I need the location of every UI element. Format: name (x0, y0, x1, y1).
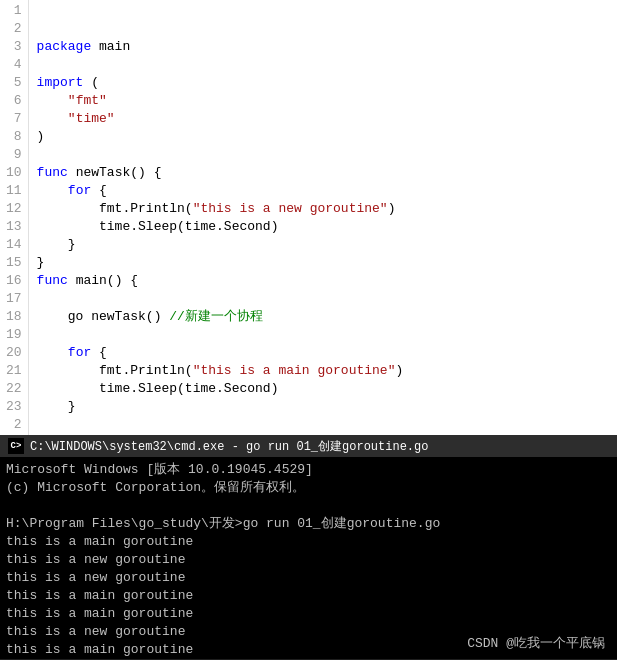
code-token: ( (83, 75, 99, 90)
line-number: 11 (6, 182, 22, 200)
code-line: } (37, 236, 617, 254)
code-line: } (37, 434, 617, 435)
line-number: 21 (6, 362, 22, 380)
code-line: go newTask() //新建一个协程 (37, 308, 617, 326)
code-line: time.Sleep(time.Second) (37, 380, 617, 398)
code-line: } (37, 398, 617, 416)
terminal-line: H:\Program Files\go_study\开发>go run 01_创… (6, 515, 611, 533)
line-number: 17 (6, 290, 22, 308)
code-token: go newTask() (37, 309, 170, 324)
line-number: 6 (6, 92, 22, 110)
code-token: time.Sleep(time.Second) (37, 381, 279, 396)
code-content[interactable]: package main import ( "fmt" "time") func… (29, 0, 617, 435)
code-token (37, 111, 68, 126)
line-number: 18 (6, 308, 22, 326)
line-number: 13 (6, 218, 22, 236)
code-token: newTask() { (68, 165, 162, 180)
code-editor: 12345678910111213141516171819202122232 p… (0, 0, 617, 435)
code-token: } (37, 255, 45, 270)
code-line: for { (37, 344, 617, 362)
code-token: for (68, 183, 91, 198)
code-token: //新建一个协程 (169, 309, 263, 324)
code-token: "time" (68, 111, 115, 126)
code-token (37, 93, 68, 108)
line-number: 3 (6, 38, 22, 56)
terminal-title: C:\WINDOWS\system32\cmd.exe - go run 01_… (30, 438, 428, 455)
code-line (37, 56, 617, 74)
code-token: main() { (68, 273, 138, 288)
terminal-line: Microsoft Windows [版本 10.0.19045.4529] (6, 461, 611, 479)
line-number: 2 (6, 416, 22, 434)
terminal-line: this is a main goroutine (6, 587, 611, 605)
code-token: func (37, 165, 68, 180)
code-token: fmt.Println( (37, 201, 193, 216)
code-token: { (91, 345, 107, 360)
line-number: 19 (6, 326, 22, 344)
code-line: "time" (37, 110, 617, 128)
line-number: 7 (6, 110, 22, 128)
line-number: 1 (6, 2, 22, 20)
code-token: "fmt" (68, 93, 107, 108)
code-token (37, 183, 68, 198)
code-token: for (68, 345, 91, 360)
terminal-lines: Microsoft Windows [版本 10.0.19045.4529](c… (6, 461, 611, 659)
code-token: package (37, 39, 92, 54)
terminal-line (6, 497, 611, 515)
line-number: 16 (6, 272, 22, 290)
watermark: CSDN @吃我一个平底锅 (467, 635, 605, 653)
line-number: 10 (6, 164, 22, 182)
terminal-body[interactable]: Microsoft Windows [版本 10.0.19045.4529](c… (0, 457, 617, 659)
code-token: time.Sleep(time.Second) (37, 219, 279, 234)
code-token (37, 345, 68, 360)
code-line: func main() { (37, 272, 617, 290)
line-number: 2 (6, 20, 22, 38)
code-token: "this is a new goroutine" (193, 201, 388, 216)
code-token: } (37, 399, 76, 414)
code-token: import (37, 75, 84, 90)
code-line: ) (37, 128, 617, 146)
line-number: 15 (6, 254, 22, 272)
code-token: { (91, 183, 107, 198)
code-line: fmt.Println("this is a main goroutine") (37, 362, 617, 380)
terminal-icon: C> (8, 438, 24, 454)
line-number: 8 (6, 128, 22, 146)
code-line: for { (37, 182, 617, 200)
line-number: 20 (6, 344, 22, 362)
code-line: func newTask() { (37, 164, 617, 182)
terminal-line: (c) Microsoft Corporation。保留所有权利。 (6, 479, 611, 497)
terminal-line: this is a new goroutine (6, 551, 611, 569)
code-token: } (37, 237, 76, 252)
line-number: 22 (6, 380, 22, 398)
code-token: ) (395, 363, 403, 378)
code-line: time.Sleep(time.Second) (37, 218, 617, 236)
code-line: import ( (37, 74, 617, 92)
line-number: 12 (6, 200, 22, 218)
line-numbers: 12345678910111213141516171819202122232 (0, 0, 29, 435)
code-token: ) (388, 201, 396, 216)
terminal-line: this is a new goroutine (6, 569, 611, 587)
terminal-line: this is a main goroutine (6, 533, 611, 551)
code-token: main (91, 39, 130, 54)
code-line: "fmt" (37, 92, 617, 110)
code-token: func (37, 273, 68, 288)
code-token: fmt.Println( (37, 363, 193, 378)
code-line: package main (37, 38, 617, 56)
code-line (37, 290, 617, 308)
terminal-titlebar: C> C:\WINDOWS\system32\cmd.exe - go run … (0, 435, 617, 457)
line-number: 14 (6, 236, 22, 254)
code-line: fmt.Println("this is a new goroutine") (37, 200, 617, 218)
code-line (37, 146, 617, 164)
code-token: ) (37, 129, 45, 144)
code-line: } (37, 254, 617, 272)
line-number: 9 (6, 146, 22, 164)
code-line (37, 416, 617, 434)
code-token: "this is a main goroutine" (193, 363, 396, 378)
line-number: 4 (6, 56, 22, 74)
line-number: 5 (6, 74, 22, 92)
code-line (37, 326, 617, 344)
terminal-line: this is a main goroutine (6, 605, 611, 623)
line-number: 23 (6, 398, 22, 416)
